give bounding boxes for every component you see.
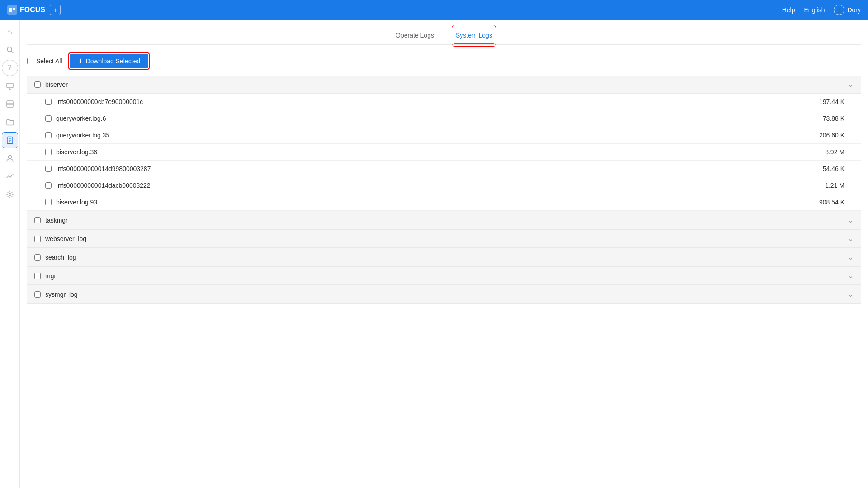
- svg-rect-2: [13, 8, 15, 10]
- select-all-checkbox[interactable]: [27, 58, 33, 64]
- log-group-search_log: search_log⌄: [27, 248, 861, 266]
- group-name-sysmgr_log: sysmgr_log: [45, 291, 78, 298]
- group-name-mgr: mgr: [45, 272, 56, 280]
- file-checkbox[interactable]: [45, 99, 52, 105]
- log-group-taskmgr: taskmgr⌄: [27, 211, 861, 229]
- file-checkbox[interactable]: [45, 199, 52, 205]
- chevron-icon-webserver_log: ⌄: [848, 234, 854, 243]
- log-group-header-taskmgr[interactable]: taskmgr⌄: [27, 211, 861, 229]
- sidebar-item-user[interactable]: [2, 150, 18, 166]
- log-file-row: .nfs000000000014d9980000328754.46 K: [27, 161, 861, 177]
- topbar-left: FOCUS +: [7, 5, 61, 15]
- log-group-header-sysmgr_log[interactable]: sysmgr_log⌄: [27, 285, 861, 303]
- log-group-header-biserver[interactable]: biserver⌄: [27, 76, 861, 94]
- file-name: biserver.log.36: [56, 148, 97, 156]
- folder-icon: [6, 118, 14, 126]
- sidebar-item-folder[interactable]: [2, 114, 18, 130]
- user-menu[interactable]: 👤 Dory: [834, 5, 861, 15]
- file-size: 73.88 K: [823, 115, 854, 122]
- settings-icon: [6, 190, 14, 199]
- file-name: .nfs000000000cb7e90000001c: [56, 98, 143, 105]
- sidebar-item-home[interactable]: ⌂: [2, 24, 18, 40]
- group-checkbox-webserver_log[interactable]: [34, 236, 41, 242]
- chevron-icon-search_log: ⌄: [848, 253, 854, 261]
- log-group-biserver: biserver⌄.nfs000000000cb7e90000001c197.4…: [27, 76, 861, 211]
- svg-rect-0: [7, 5, 17, 15]
- group-checkbox-biserver[interactable]: [34, 81, 41, 88]
- file-size: 8.92 M: [825, 148, 854, 156]
- main-content: Operate Logs System Logs Select All ⬇ Do…: [20, 20, 868, 311]
- download-selected-button[interactable]: ⬇ Download Selected: [70, 54, 149, 68]
- toolbar: Select All ⬇ Download Selected: [27, 54, 861, 68]
- file-size: 206.60 K: [819, 132, 854, 139]
- file-name: .nfs000000000014dacb00003222: [56, 182, 151, 189]
- log-groups: biserver⌄.nfs000000000cb7e90000001c197.4…: [27, 76, 861, 304]
- table-icon: [6, 100, 14, 108]
- log-file-row: .nfs000000000cb7e90000001c197.44 K: [27, 94, 861, 110]
- file-size: 197.44 K: [819, 98, 854, 105]
- app-logo: FOCUS: [7, 5, 45, 15]
- svg-point-17: [9, 194, 11, 196]
- file-checkbox[interactable]: [45, 182, 52, 189]
- chevron-icon-biserver: ⌄: [848, 80, 854, 89]
- sidebar: ⌂ ?: [0, 20, 20, 311]
- group-checkbox-mgr[interactable]: [34, 273, 41, 279]
- monitor-icon: [6, 82, 14, 90]
- log-file-row: biserver.log.93908.54 K: [27, 194, 861, 211]
- topbar-right: Help English 👤 Dory: [782, 5, 861, 15]
- tab-operate-logs[interactable]: Operate Logs: [394, 27, 436, 44]
- file-checkbox[interactable]: [45, 115, 52, 122]
- download-icon: ⬇: [78, 57, 83, 65]
- log-file-row: biserver.log.368.92 M: [27, 144, 861, 161]
- file-size: 908.54 K: [819, 199, 854, 206]
- svg-rect-8: [7, 101, 13, 107]
- log-file-row: queryworker.log.673.88 K: [27, 110, 861, 127]
- logo-icon: [7, 5, 17, 15]
- file-name: queryworker.log.35: [56, 132, 109, 139]
- group-name-webserver_log: webserver_log: [45, 235, 86, 242]
- sidebar-item-search[interactable]: [2, 42, 18, 58]
- file-name: queryworker.log.6: [56, 115, 106, 122]
- svg-line-4: [11, 51, 13, 53]
- log-group-header-webserver_log[interactable]: webserver_log⌄: [27, 230, 861, 248]
- download-btn-label: Download Selected: [86, 57, 141, 65]
- sidebar-item-table[interactable]: [2, 96, 18, 112]
- select-all-label[interactable]: Select All: [27, 57, 62, 65]
- tab-system-logs[interactable]: System Logs: [454, 27, 494, 44]
- log-group-webserver_log: webserver_log⌄: [27, 230, 861, 248]
- file-size: 1.21 M: [825, 182, 854, 189]
- svg-rect-1: [9, 8, 12, 12]
- stats-icon: [6, 172, 14, 180]
- group-name-search_log: search_log: [45, 254, 76, 261]
- logs-icon: [6, 136, 14, 144]
- topbar: FOCUS + Help English 👤 Dory: [0, 0, 868, 20]
- group-checkbox-sysmgr_log[interactable]: [34, 291, 41, 298]
- add-tab-button[interactable]: +: [50, 5, 61, 15]
- tab-bar: Operate Logs System Logs: [27, 27, 861, 45]
- file-checkbox[interactable]: [45, 166, 52, 172]
- sidebar-item-settings[interactable]: [2, 186, 18, 203]
- sidebar-item-logs[interactable]: [2, 132, 18, 148]
- log-file-row: .nfs000000000014dacb000032221.21 M: [27, 177, 861, 194]
- group-checkbox-search_log[interactable]: [34, 254, 41, 261]
- file-checkbox[interactable]: [45, 149, 52, 155]
- file-name: biserver.log.93: [56, 199, 97, 206]
- group-checkbox-taskmgr[interactable]: [34, 217, 41, 223]
- file-checkbox[interactable]: [45, 132, 52, 138]
- language-selector[interactable]: English: [804, 6, 825, 14]
- help-link[interactable]: Help: [782, 6, 795, 14]
- log-group-sysmgr_log: sysmgr_log⌄: [27, 285, 861, 303]
- user-icon: [6, 154, 14, 162]
- user-avatar: 👤: [834, 5, 844, 15]
- log-group-header-mgr[interactable]: mgr⌄: [27, 267, 861, 285]
- log-group-header-search_log[interactable]: search_log⌄: [27, 248, 861, 266]
- group-name-biserver: biserver: [45, 81, 68, 88]
- sidebar-item-help[interactable]: ?: [2, 60, 18, 76]
- file-name: .nfs000000000014d99800003287: [56, 165, 151, 172]
- svg-rect-5: [7, 83, 13, 88]
- sidebar-item-monitor[interactable]: [2, 78, 18, 94]
- file-size: 54.46 K: [823, 165, 854, 172]
- log-group-mgr: mgr⌄: [27, 267, 861, 285]
- chevron-icon-mgr: ⌄: [848, 271, 854, 280]
- sidebar-item-stats[interactable]: [2, 168, 18, 185]
